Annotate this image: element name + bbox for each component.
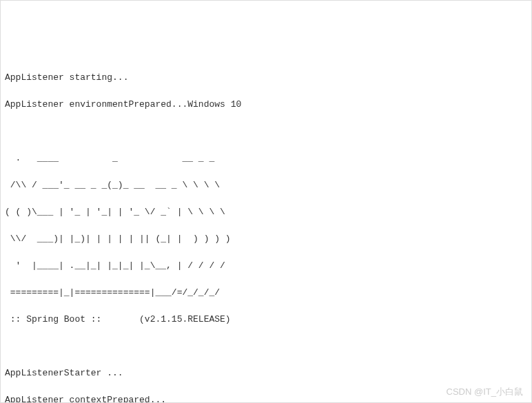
log-line [5, 340, 527, 353]
banner-line: /\\ / ___'_ __ _ _(_)_ __ __ _ \ \ \ \ [5, 178, 527, 192]
log-line: AppListener environmentPrepared...Window… [5, 98, 527, 112]
watermark: CSDN @IT_小白鼠 [447, 385, 523, 399]
banner-line: ( ( )\___ | '_ | '_| | '_ \/ _` | \ \ \ … [5, 205, 527, 219]
banner-line: . ____ _ __ _ _ [5, 152, 527, 165]
banner-line: \\/ ___)| |_)| | | | | || (_| | ) ) ) ) [5, 232, 527, 246]
banner-line: :: Spring Boot :: (v2.1.15.RELEASE) [5, 313, 527, 327]
log-line: AppListener starting... [5, 71, 527, 85]
log-line: AppListenerStarter ... [5, 366, 527, 380]
console-output: AppListener starting... AppListener envi… [5, 57, 527, 403]
banner-line: ' |____| .__|_| |_|_| |_\__, | / / / / [5, 259, 527, 273]
log-line [5, 125, 527, 138]
banner-line: =========|_|==============|___/=/_/_/_/ [5, 286, 527, 300]
